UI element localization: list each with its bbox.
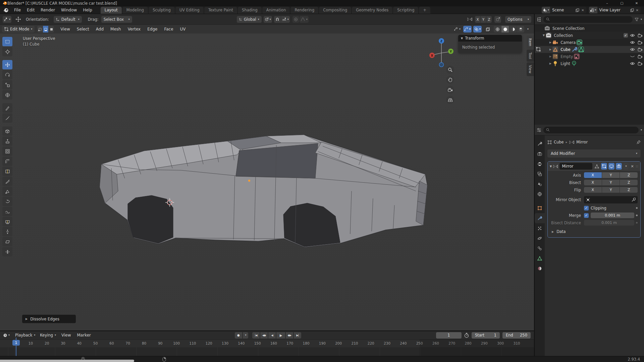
previous-keyframe-button[interactable]: ◀◆ bbox=[260, 332, 268, 339]
properties-search-input[interactable] bbox=[543, 127, 639, 133]
tool-shrink-fatten[interactable] bbox=[2, 227, 12, 236]
tab-uv-editing[interactable]: UV Editing bbox=[175, 7, 204, 14]
mirror-y-button[interactable]: Y bbox=[481, 16, 486, 23]
tab-scripting[interactable]: Scripting bbox=[393, 7, 418, 14]
menu-tl-view[interactable]: View bbox=[58, 333, 74, 338]
animate-dot[interactable] bbox=[636, 222, 638, 224]
scene-name-field[interactable]: Scene ✕ bbox=[550, 7, 586, 13]
tool-knife[interactable] bbox=[2, 177, 12, 186]
add-modifier-dropdown[interactable]: Add Modifier ▾ bbox=[547, 149, 641, 158]
collapsed-icon[interactable]: ▶ bbox=[549, 55, 551, 58]
axis-y-button[interactable]: Y bbox=[602, 172, 620, 178]
tab-physics[interactable] bbox=[535, 233, 545, 243]
stopwatch-icon[interactable] bbox=[464, 333, 469, 338]
tool-loop-cut[interactable] bbox=[2, 167, 12, 176]
menu-render[interactable]: Render bbox=[38, 8, 58, 12]
animate-dot[interactable] bbox=[636, 207, 638, 209]
navigation-gizmo[interactable]: Z X Y bbox=[428, 36, 455, 70]
tab-geometry-nodes[interactable]: Geometry Nodes bbox=[352, 7, 392, 14]
current-frame-field[interactable]: 1 bbox=[436, 332, 462, 339]
tool-measure[interactable] bbox=[2, 113, 12, 123]
menu-edge[interactable]: Edge bbox=[144, 27, 160, 32]
menu-edit[interactable]: Edit bbox=[24, 8, 38, 12]
tab-world[interactable] bbox=[535, 189, 545, 199]
outliner-row-cube[interactable]: ▶ Cube bbox=[535, 46, 644, 53]
outliner-row-scene-collection[interactable]: Scene Collection bbox=[535, 25, 644, 32]
zoom-view-icon[interactable] bbox=[446, 66, 454, 74]
tab-modifiers[interactable] bbox=[535, 213, 545, 223]
pin-icon[interactable] bbox=[636, 140, 641, 144]
close-button[interactable]: ✕ bbox=[629, 0, 644, 6]
tool-add-cube[interactable] bbox=[2, 126, 12, 136]
outliner-search-input[interactable] bbox=[543, 16, 633, 23]
solid-shading-button[interactable] bbox=[501, 26, 509, 33]
expanded-icon[interactable]: ▼ bbox=[543, 34, 545, 37]
bisect-x-button[interactable]: X bbox=[584, 180, 602, 185]
tool-edge-slide[interactable] bbox=[2, 217, 12, 226]
minimize-button[interactable]: – bbox=[600, 0, 614, 6]
image-data-icon[interactable] bbox=[574, 54, 580, 59]
outliner-editor-icon[interactable] bbox=[537, 17, 541, 22]
proportional-falloff-dropdown[interactable]: ▾ bbox=[300, 16, 309, 23]
menu-face[interactable]: Face bbox=[161, 27, 176, 32]
viewport-3d[interactable]: User Perspective (1) Cube bbox=[0, 34, 534, 330]
eye-icon[interactable] bbox=[630, 48, 635, 51]
snap-with-dropdown[interactable]: ▾ bbox=[281, 16, 290, 23]
editor-type-dropdown[interactable]: ▾ bbox=[2, 332, 11, 339]
menu-window[interactable]: Window bbox=[58, 8, 80, 12]
maximize-button[interactable]: ▢ bbox=[614, 0, 629, 6]
properties-editor-icon[interactable] bbox=[537, 128, 541, 132]
bisect-y-button[interactable]: Y bbox=[602, 180, 620, 185]
collapsed-icon[interactable]: ▶ bbox=[549, 48, 551, 51]
mirror-object-field[interactable] bbox=[584, 196, 638, 203]
eye-closed-icon[interactable] bbox=[630, 55, 635, 58]
remove-view-layer-icon[interactable]: ✕ bbox=[636, 8, 639, 12]
flip-y-button[interactable]: Y bbox=[602, 187, 620, 193]
outliner-row-camera[interactable]: ▶ Camera bbox=[535, 39, 644, 46]
camera-data-icon[interactable] bbox=[577, 40, 582, 45]
proportional-editing-toggle[interactable] bbox=[292, 16, 299, 23]
transform-pivot-dropdown[interactable]: Global ▾ bbox=[237, 16, 262, 23]
outliner-row-empty[interactable]: ▶ Empty bbox=[535, 53, 644, 60]
eye-icon[interactable] bbox=[630, 41, 635, 44]
snap-target-icon[interactable] bbox=[494, 16, 501, 23]
xray-toggle[interactable] bbox=[484, 26, 491, 33]
tab-object-data[interactable] bbox=[535, 253, 545, 263]
axis-z-button[interactable]: Z bbox=[620, 172, 638, 178]
collection-checkbox[interactable]: ✓ bbox=[624, 33, 628, 38]
jump-to-start-button[interactable]: |◀ bbox=[252, 332, 260, 339]
tool-rotate[interactable] bbox=[2, 70, 12, 79]
sidebar-tab-view[interactable]: View bbox=[527, 62, 534, 76]
menu-mesh[interactable]: Mesh bbox=[107, 27, 124, 32]
tool-cursor[interactable] bbox=[2, 47, 12, 56]
tab-modeling[interactable]: Modeling bbox=[122, 7, 148, 14]
on-cage-toggle[interactable] bbox=[594, 163, 600, 170]
sidebar-tab-tool[interactable]: Tool bbox=[527, 50, 534, 62]
auto-keyframe-toggle[interactable]: ● bbox=[235, 332, 242, 339]
edge-select-button[interactable] bbox=[43, 26, 48, 33]
unlink-scene-icon[interactable]: ✕ bbox=[581, 8, 584, 12]
tool-poly-build[interactable] bbox=[2, 187, 12, 196]
tab-constraints[interactable] bbox=[535, 243, 545, 253]
keying-set-dropdown[interactable]: ▾ bbox=[243, 332, 248, 339]
render-visibility-icon[interactable] bbox=[638, 62, 643, 66]
current-frame-badge[interactable]: 1 bbox=[12, 340, 20, 346]
render-visibility-icon[interactable] bbox=[638, 48, 643, 52]
animate-dot[interactable] bbox=[636, 215, 638, 216]
bisect-z-button[interactable]: Z bbox=[620, 180, 638, 185]
breadcrumb-modifier[interactable]: Mirror bbox=[576, 140, 588, 144]
view-layer-name-field[interactable]: View Layer ✕ bbox=[597, 7, 641, 13]
browse-scene-button[interactable]: ▾ bbox=[542, 7, 550, 13]
tool-bevel[interactable] bbox=[2, 157, 12, 166]
pivot-point-dropdown[interactable]: ▾ bbox=[264, 16, 272, 23]
tab-compositing[interactable]: Compositing bbox=[319, 7, 351, 14]
mode-dropdown[interactable]: Edit Mode ▾ bbox=[2, 26, 35, 33]
data-subpanel[interactable]: ▶ Data bbox=[552, 229, 640, 234]
menu-vertex[interactable]: Vertex bbox=[125, 27, 144, 32]
tab-particles[interactable] bbox=[535, 223, 545, 233]
mirror-x-button[interactable]: X bbox=[475, 16, 480, 23]
tab-texture-paint[interactable]: Texture Paint bbox=[204, 7, 237, 14]
render-visibility-icon[interactable] bbox=[638, 41, 643, 45]
tool-move[interactable] bbox=[2, 60, 12, 69]
remove-modifier-button[interactable]: ✕ bbox=[630, 164, 634, 169]
